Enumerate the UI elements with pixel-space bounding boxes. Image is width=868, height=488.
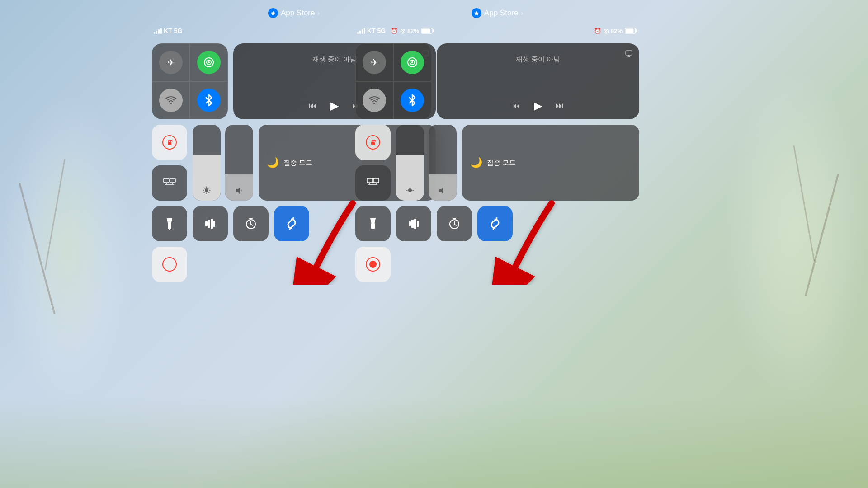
svg-line-32 (251, 224, 253, 225)
right-focus-btn[interactable]: 🌙 집중 모드 (462, 125, 639, 201)
right-chevron-icon: › (521, 9, 523, 17)
svg-rect-59 (417, 221, 419, 227)
right-timer-btn[interactable] (437, 206, 472, 241)
right-airplane-btn[interactable]: ✈ (355, 43, 393, 81)
svg-rect-54 (371, 223, 375, 229)
right-airplay-icon[interactable] (625, 50, 633, 60)
svg-rect-8 (168, 142, 171, 145)
svg-rect-9 (164, 178, 169, 183)
left-volume-slider[interactable] (225, 125, 253, 201)
right-bluetooth-circle (401, 89, 424, 112)
left-bluetooth-circle (197, 89, 221, 112)
right-signal-bars (357, 28, 365, 34)
left-sliders (193, 125, 253, 201)
right-prev-icon[interactable]: ⏮ (512, 101, 520, 111)
svg-point-4 (207, 60, 211, 65)
left-app-store-link[interactable]: App Store › (268, 8, 320, 18)
right-next-icon[interactable]: ⏭ (556, 101, 564, 111)
right-wifi-btn[interactable] (355, 81, 393, 119)
right-right-col: 🌙 집중 모드 (462, 125, 639, 201)
right-screen-mirror-btn[interactable] (355, 165, 391, 201)
left-brightness-slider[interactable] (193, 125, 221, 201)
right-flashlight-btn[interactable] (355, 206, 391, 241)
left-airplane-btn[interactable]: ✈ (152, 43, 190, 81)
svg-point-38 (408, 58, 417, 67)
svg-rect-28 (211, 219, 213, 229)
svg-rect-23 (168, 223, 171, 229)
svg-rect-36 (636, 29, 637, 32)
svg-rect-58 (414, 219, 416, 229)
left-airplane-circle: ✈ (159, 51, 183, 74)
right-battery-percent: 82% (611, 28, 623, 34)
svg-point-41 (373, 103, 375, 104)
right-carrier: KT 5G (367, 27, 386, 34)
svg-point-5 (208, 61, 210, 63)
svg-rect-43 (371, 142, 375, 145)
left-record-circle (162, 257, 177, 272)
svg-marker-55 (370, 218, 376, 223)
right-app-store-link[interactable]: App Store › (472, 8, 523, 18)
svg-point-49 (408, 188, 412, 192)
svg-line-62 (454, 224, 456, 225)
right-bluetooth-btn[interactable] (393, 81, 431, 119)
left-wifi-btn[interactable] (152, 81, 190, 119)
right-status-right: ⏰ ◎ 82% (594, 28, 637, 34)
left-prev-icon[interactable]: ⏮ (309, 101, 317, 111)
right-bottom-row (355, 206, 639, 241)
right-sound-recognition-btn[interactable] (396, 206, 431, 241)
svg-rect-56 (409, 221, 411, 226)
right-play-icon[interactable]: ▶ (534, 99, 542, 112)
svg-line-19 (204, 188, 204, 188)
left-screen-mirror-btn[interactable] (152, 165, 187, 201)
svg-rect-42 (626, 51, 632, 55)
left-lock-icon (162, 135, 177, 150)
svg-rect-45 (373, 178, 379, 183)
left-wifi-circle (159, 89, 183, 112)
right-cellular-btn[interactable] (393, 43, 431, 81)
svg-rect-29 (213, 221, 215, 227)
signal-bar-3 (158, 29, 160, 34)
left-record-btn[interactable] (152, 247, 187, 282)
right-top-bar: App Store › (348, 0, 646, 23)
left-play-icon[interactable]: ▶ (330, 99, 339, 112)
svg-point-6 (170, 103, 172, 104)
right-app-store-icon (472, 8, 481, 18)
svg-rect-37 (626, 29, 634, 33)
left-bluetooth-btn[interactable] (190, 81, 228, 119)
svg-line-21 (208, 188, 209, 188)
left-cellular-circle (197, 51, 221, 74)
right-media-title: 재생 중이 아님 (444, 55, 632, 64)
right-small-col (355, 125, 391, 201)
svg-marker-24 (167, 218, 172, 223)
left-sound-recognition-btn[interactable] (193, 206, 228, 241)
signal-bar-2 (156, 31, 157, 34)
svg-rect-27 (208, 220, 210, 228)
left-flashlight-btn[interactable] (152, 206, 187, 241)
right-middle-row: 🌙 집중 모드 (355, 125, 639, 201)
left-airplane-icon: ✈ (167, 57, 175, 68)
right-brightness-slider[interactable] (396, 125, 424, 201)
left-connectivity-card: ✈ (152, 43, 228, 119)
svg-point-3 (204, 58, 213, 67)
right-volume-slider[interactable] (429, 125, 457, 201)
svg-rect-57 (411, 220, 414, 228)
right-record-row (355, 247, 639, 282)
left-timer-btn[interactable] (233, 206, 269, 241)
left-signal-carrier: KT 5G (154, 27, 182, 34)
left-app-store-label: App Store (281, 9, 315, 18)
left-moon-icon: 🌙 (267, 157, 279, 169)
right-record-btn[interactable] (355, 247, 391, 282)
left-orientation-lock-btn[interactable] (152, 125, 187, 160)
right-cc-body: ✈ (348, 38, 646, 287)
right-location-icon: ◎ (604, 28, 609, 34)
right-focus-label: 집중 모드 (487, 159, 516, 167)
left-focus-label: 집중 모드 (283, 159, 312, 167)
svg-line-22 (204, 192, 204, 192)
left-cellular-btn[interactable] (190, 43, 228, 81)
right-airplane-circle: ✈ (363, 51, 386, 74)
right-orientation-lock-btn[interactable] (355, 125, 391, 160)
right-airplane-icon: ✈ (371, 57, 378, 68)
right-shazam-btn[interactable] (477, 206, 513, 241)
right-wifi-circle (363, 89, 386, 112)
left-shazam-btn[interactable] (274, 206, 309, 241)
